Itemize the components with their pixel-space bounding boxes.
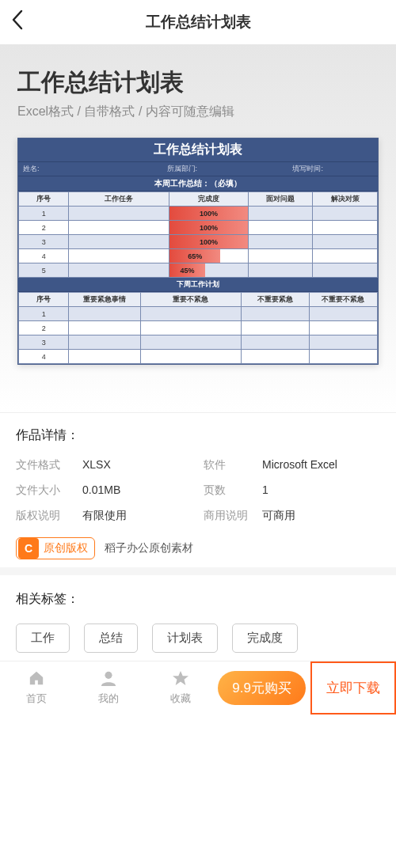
copyright-label: 原创版权 <box>40 541 94 555</box>
details-heading: 作品详情： <box>16 427 380 444</box>
details-info-grid: 文件格式XLSX软件Microsoft Excel文件大小0.01MB页数1版权… <box>16 458 380 523</box>
copyright-badge: C 原创版权 <box>16 537 95 559</box>
plan-col-header: 重要不紧急 <box>141 293 242 307</box>
meta-name-label: 姓名: <box>18 162 162 176</box>
nav-label: 首页 <box>26 692 47 706</box>
summary-row: 465% <box>19 249 378 263</box>
nav-star[interactable]: 收藏 <box>144 661 216 714</box>
tag-chip[interactable]: 工作 <box>16 624 70 653</box>
back-icon[interactable] <box>11 9 24 36</box>
summary-row: 3100% <box>19 235 378 249</box>
template-subtitle: Excel格式 / 自带格式 / 内容可随意编辑 <box>17 104 379 120</box>
detail-value: XLSX <box>82 458 200 472</box>
nav-user[interactable]: 我的 <box>72 661 144 714</box>
detail-value: 可商用 <box>262 509 380 523</box>
summary-col-header: 面对问题 <box>248 192 313 207</box>
detail-label: 文件大小 <box>16 483 79 498</box>
page-title: 工作总结计划表 <box>0 12 396 32</box>
nav-home[interactable]: 首页 <box>0 661 72 714</box>
plan-row: 3 <box>19 335 378 350</box>
plan-col-header: 序号 <box>19 293 69 307</box>
summary-row: 2100% <box>19 221 378 235</box>
user-icon <box>100 670 117 690</box>
detail-value: 有限使用 <box>82 509 200 523</box>
detail-value: Microsoft Excel <box>262 458 380 472</box>
svg-point-0 <box>105 672 112 679</box>
summary-col-header: 工作任务 <box>69 192 169 207</box>
summary-col-header: 解决对策 <box>313 192 378 207</box>
tag-chip[interactable]: 完成度 <box>232 624 298 653</box>
meta-time-label: 填写时间: <box>287 162 378 176</box>
app-header: 工作总结计划表 <box>0 0 396 44</box>
template-title: 工作总结计划表 <box>17 66 379 99</box>
copyright-icon: C <box>18 538 39 559</box>
detail-label: 页数 <box>204 483 259 498</box>
sheet-meta-row: 姓名: 所属部门: 填写时间: <box>18 162 378 176</box>
tag-list: 工作总结计划表完成度 <box>16 624 380 653</box>
progress-bar: 100% <box>169 207 248 220</box>
plan-row: 2 <box>19 321 378 335</box>
detail-value: 0.01MB <box>82 483 200 498</box>
meta-dept-label: 所属部门: <box>162 162 288 176</box>
spreadsheet-preview: 工作总结计划表 姓名: 所属部门: 填写时间: 本周工作总结：（必填） 序号工作… <box>17 138 379 365</box>
section1-band: 本周工作总结：（必填） <box>18 176 378 191</box>
nav-label: 收藏 <box>170 692 191 706</box>
plan-col-header: 重要紧急事情 <box>69 293 141 307</box>
summary-col-header: 完成度 <box>169 192 249 207</box>
home-icon <box>28 670 45 690</box>
tags-section: 相关标签： 工作总结计划表完成度 <box>0 567 396 661</box>
copyright-note: 稻子办公原创素材 <box>105 541 193 555</box>
progress-bar: 45% <box>169 263 204 277</box>
copyright-row: C 原创版权 稻子办公原创素材 <box>16 537 380 559</box>
tags-heading: 相关标签： <box>16 591 380 608</box>
summary-row: 545% <box>19 263 378 278</box>
detail-label: 版权说明 <box>16 509 79 523</box>
progress-bar: 65% <box>169 249 220 263</box>
template-preview-area: 工作总结计划表 Excel格式 / 自带格式 / 内容可随意编辑 工作总结计划表… <box>0 44 396 412</box>
progress-bar: 100% <box>169 235 248 248</box>
download-button[interactable]: 立即下载 <box>310 661 396 714</box>
star-icon <box>172 670 189 690</box>
detail-label: 文件格式 <box>16 458 79 472</box>
tag-chip[interactable]: 总结 <box>84 624 138 653</box>
buy-button[interactable]: 9.9元购买 <box>218 671 306 705</box>
plan-table: 序号重要紧急事情重要不紧急不重要紧急不重要不紧急 1234 <box>18 292 378 364</box>
plan-col-header: 不重要不紧急 <box>309 293 377 307</box>
plan-col-header: 不重要紧急 <box>241 293 309 307</box>
tag-chip[interactable]: 计划表 <box>152 624 218 653</box>
detail-label: 软件 <box>204 458 259 472</box>
plan-row: 4 <box>19 350 378 364</box>
sheet-title: 工作总结计划表 <box>18 138 378 162</box>
plan-row: 1 <box>19 307 378 321</box>
nav-label: 我的 <box>98 692 119 706</box>
details-section: 作品详情： 文件格式XLSX软件Microsoft Excel文件大小0.01M… <box>0 412 396 567</box>
bottom-nav-bar: 首页我的收藏 9.9元购买 立即下载 <box>0 661 396 714</box>
summary-table: 序号工作任务完成度面对问题解决对策 1100%2100%3100%465%545… <box>18 191 378 278</box>
summary-row: 1100% <box>19 207 378 221</box>
section2-band: 下周工作计划 <box>18 278 378 292</box>
progress-bar: 100% <box>169 221 248 234</box>
detail-value: 1 <box>262 483 380 498</box>
detail-label: 商用说明 <box>204 509 259 523</box>
summary-col-header: 序号 <box>19 192 69 207</box>
